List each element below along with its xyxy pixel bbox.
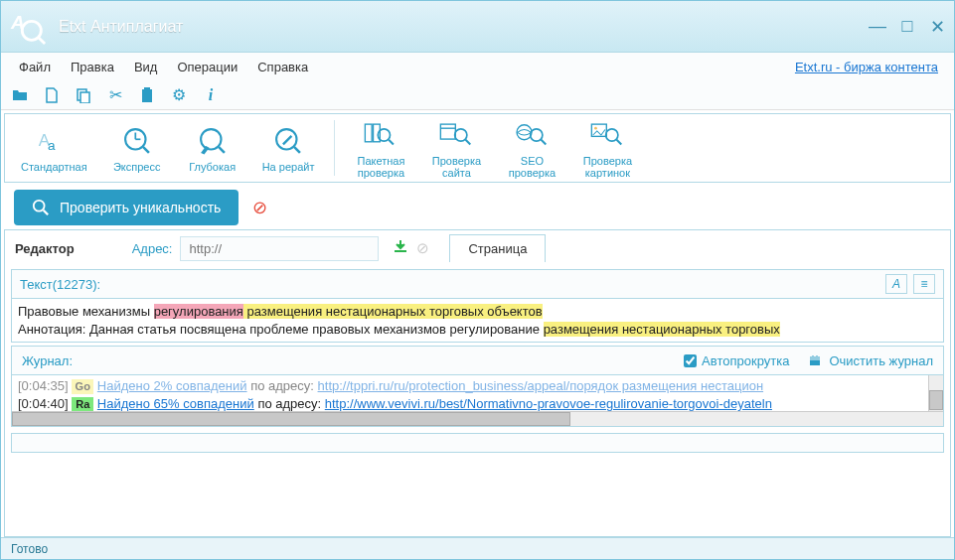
mode-label: Стандартная [21, 161, 87, 173]
log-label: Журнал: [22, 353, 73, 368]
mode-label: Пакетная проверка [357, 155, 404, 179]
open-folder-icon[interactable] [11, 86, 29, 104]
text-header: Текст(12273): A ≡ [11, 269, 944, 299]
progress-bar [11, 433, 944, 453]
log-header: Журнал: Автопрокрутка Очистить журнал [11, 346, 944, 375]
mode-label: Проверка сайта [432, 155, 481, 179]
editor-label: Редактор [15, 241, 75, 256]
svg-point-25 [517, 124, 532, 139]
mode-standard[interactable]: Aa Стандартная [9, 120, 99, 177]
svg-text:a: a [48, 137, 56, 152]
svg-line-24 [466, 139, 471, 144]
menu-edit[interactable]: Правка [61, 56, 124, 78]
etxt-link[interactable]: Etxt.ru - биржа контента [795, 60, 946, 74]
check-bar: Проверить уникальность ⊘ [4, 186, 951, 229]
mode-label: Глубокая [189, 161, 236, 173]
batch-icon [364, 118, 398, 152]
deep-icon [196, 124, 230, 158]
stop-icon[interactable]: ⊘ [252, 197, 267, 218]
tab-page[interactable]: Страница [449, 234, 546, 262]
mode-deep[interactable]: Глубокая [175, 120, 250, 177]
site-icon [439, 118, 473, 152]
svg-line-31 [617, 139, 622, 144]
mode-label: Проверка картинок [583, 155, 632, 179]
svg-point-23 [455, 128, 467, 140]
text-count-label: Текст(12273): [20, 277, 100, 292]
main-panel: Редактор Адрес: ⊘ Страница Текст(12273):… [4, 229, 951, 537]
address-input[interactable] [180, 236, 379, 261]
text-editor[interactable]: Правовые механизмы регулирования размеще… [11, 299, 944, 343]
info-icon[interactable]: i [202, 86, 220, 104]
menu-help[interactable]: Справка [247, 56, 318, 78]
svg-line-33 [44, 210, 49, 215]
svg-point-13 [201, 129, 221, 149]
list-button[interactable]: ≡ [913, 274, 935, 294]
status-text: Готово [11, 542, 48, 556]
search-icon [32, 199, 50, 216]
mode-express[interactable]: Экспресс [99, 120, 175, 177]
log-body: [0:04:35] Go Найдено 2% совпадений по ад… [11, 375, 944, 427]
svg-point-26 [531, 128, 543, 140]
app-title: Etxt Антиплагиат [59, 18, 183, 36]
paste-icon[interactable] [138, 86, 156, 104]
menu-view[interactable]: Вид [124, 56, 168, 78]
icon-toolbar: ✂ ⚙ i [1, 80, 954, 110]
mode-label: На рерайт [262, 161, 315, 173]
seo-icon [515, 118, 549, 152]
mode-seo[interactable]: SEO проверка [494, 114, 569, 183]
mode-toolbar: Aa Стандартная Экспресс Глубокая На рера… [4, 113, 951, 183]
maximize-button[interactable]: □ [898, 16, 916, 38]
svg-rect-4 [80, 92, 89, 103]
mode-rewrite[interactable]: На рерайт [250, 120, 327, 177]
svg-rect-6 [144, 87, 150, 90]
stop-load-icon[interactable]: ⊘ [416, 239, 429, 257]
express-icon [120, 124, 154, 158]
svg-point-32 [34, 201, 45, 211]
font-button[interactable]: A [885, 274, 907, 294]
svg-line-2 [38, 37, 45, 44]
svg-line-16 [294, 146, 300, 152]
brush-icon [807, 353, 823, 367]
svg-line-12 [143, 146, 149, 152]
menu-file[interactable]: Файл [9, 56, 61, 78]
separator [334, 120, 335, 176]
settings-icon[interactable]: ⚙ [170, 86, 188, 104]
mode-label: Экспресс [113, 161, 161, 173]
status-bar: Готово [1, 537, 954, 559]
horizontal-scrollbar[interactable] [12, 411, 943, 426]
app-logo: A [9, 8, 47, 46]
svg-line-27 [542, 139, 547, 144]
cut-icon[interactable]: ✂ [106, 86, 124, 104]
copy-icon[interactable] [75, 86, 92, 104]
address-bar: Редактор Адрес: ⊘ Страница [5, 230, 950, 266]
svg-rect-35 [810, 360, 820, 365]
download-icon[interactable] [393, 238, 408, 258]
svg-point-15 [276, 129, 296, 149]
mode-images[interactable]: Проверка картинок [569, 114, 645, 183]
mode-batch[interactable]: Пакетная проверка [343, 114, 418, 183]
menu-operations[interactable]: Операции [167, 56, 247, 78]
mode-label: SEO проверка [509, 155, 556, 179]
menu-bar: Файл Правка Вид Операции Справка Etxt.ru… [1, 53, 954, 80]
address-label: Адрес: [132, 241, 173, 256]
svg-point-30 [606, 128, 618, 140]
clear-log-button[interactable]: Очистить журнал [807, 353, 933, 368]
mode-site[interactable]: Проверка сайта [418, 114, 494, 183]
svg-rect-5 [142, 89, 152, 102]
log-line: [0:04:35] Go Найдено 2% совпадений по ад… [18, 377, 937, 395]
svg-line-14 [219, 146, 225, 152]
autoscroll-checkbox[interactable]: Автопрокрутка [684, 353, 789, 368]
new-file-icon[interactable] [43, 86, 61, 104]
svg-line-20 [390, 139, 395, 144]
svg-rect-21 [441, 124, 456, 139]
close-button[interactable]: ✕ [928, 16, 946, 38]
svg-rect-17 [366, 124, 373, 142]
images-icon [590, 118, 624, 152]
title-bar: A Etxt Антиплагиат — □ ✕ [1, 1, 954, 53]
button-label: Проверить уникальность [60, 200, 221, 215]
minimize-button[interactable]: — [869, 16, 886, 38]
rewrite-icon [271, 124, 305, 158]
svg-point-29 [595, 126, 598, 129]
check-uniqueness-button[interactable]: Проверить уникальность [14, 190, 239, 225]
standard-icon: Aa [37, 124, 71, 158]
